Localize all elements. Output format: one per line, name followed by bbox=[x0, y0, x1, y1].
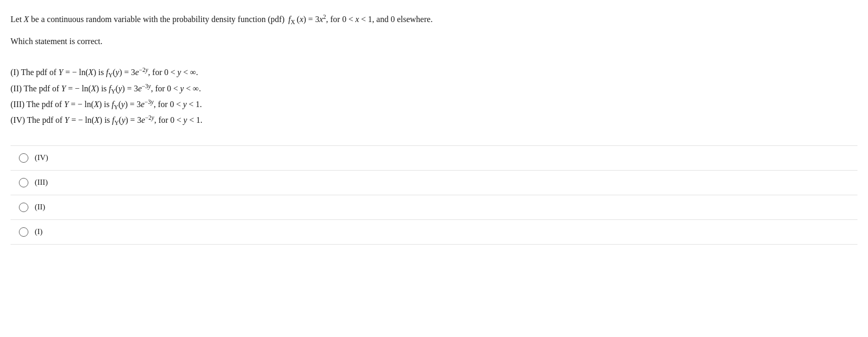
option-III-label: (III) bbox=[35, 178, 48, 187]
option-III[interactable]: (III) bbox=[11, 171, 857, 195]
statement-IV: (IV) The pdf of Y = − ln(X) is fY(y) = 3… bbox=[11, 112, 857, 128]
statement-III: (III) The pdf of Y = − ln(X) is fY(y) = … bbox=[11, 97, 857, 112]
option-II-label: (II) bbox=[35, 203, 45, 212]
question-label: Which statement is correct. bbox=[11, 35, 857, 48]
radio-II bbox=[19, 203, 28, 212]
statement-II: (II) The pdf of Y = − ln(X) is fY(y) = 3… bbox=[11, 81, 857, 97]
var-x-small: x bbox=[299, 15, 303, 24]
option-I[interactable]: (I) bbox=[11, 220, 857, 245]
option-II[interactable]: (II) bbox=[11, 195, 857, 220]
radio-I bbox=[19, 227, 28, 237]
subscript-X: X bbox=[291, 19, 295, 25]
option-I-label: (I) bbox=[35, 227, 43, 236]
exp-2: 2 bbox=[323, 14, 326, 20]
intro-paragraph: Let X be a continuous random variable wi… bbox=[11, 13, 857, 26]
radio-IV bbox=[19, 153, 28, 163]
roman-III: (III) bbox=[11, 100, 25, 109]
option-IV-label: (IV) bbox=[35, 153, 48, 162]
statement-I: (I) The pdf of Y = − ln(X) is fY(y) = 3e… bbox=[11, 65, 857, 80]
roman-I: (I) bbox=[11, 68, 19, 77]
var-x2: x bbox=[319, 15, 323, 24]
option-IV[interactable]: (IV) bbox=[11, 146, 857, 171]
statements-block: (I) The pdf of Y = − ln(X) is fY(y) = 3e… bbox=[11, 65, 857, 129]
roman-II: (II) bbox=[11, 84, 22, 93]
var-X: X bbox=[24, 15, 29, 24]
radio-III bbox=[19, 178, 28, 187]
roman-IV: (IV) bbox=[11, 115, 25, 124]
answer-options: (IV) (III) (II) (I) bbox=[11, 145, 857, 245]
